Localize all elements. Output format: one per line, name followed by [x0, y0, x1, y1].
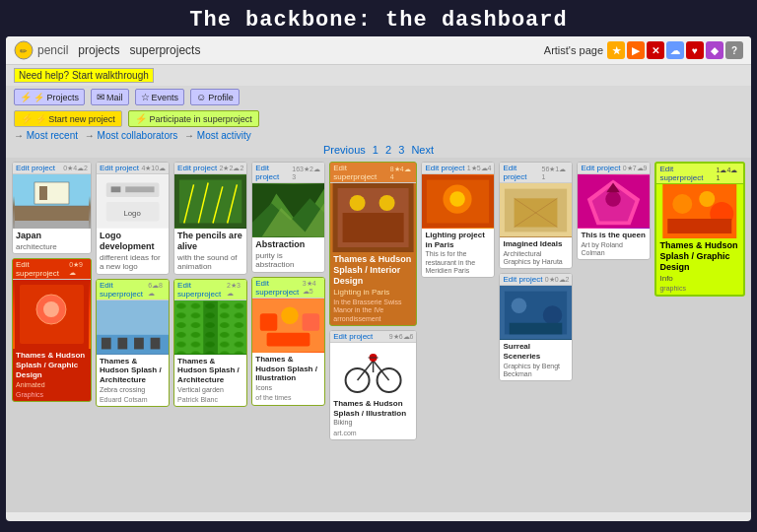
- card-logo[interactable]: Edit project 4★10☁ Logo Logo development…: [96, 162, 170, 275]
- edit-pencils-link[interactable]: Edit project: [177, 164, 217, 172]
- card-surreal-header: Edit project 0★0☁2: [500, 274, 572, 286]
- card-animated[interactable]: Edit superproject 0★9☁ Thames & Hudson S…: [12, 258, 92, 402]
- projects-tab[interactable]: ⚡ ⚡ Projects: [14, 89, 85, 105]
- svg-rect-39: [260, 313, 278, 331]
- card-thames-graphic-header: Edit superproject 1☁4☁1: [656, 164, 743, 184]
- edit-imagined-link[interactable]: Edit project: [503, 164, 541, 181]
- svg-text:✏: ✏: [20, 46, 28, 56]
- edit-abstraction-link[interactable]: Edit project: [255, 164, 292, 181]
- nav-icon-star[interactable]: ★: [607, 41, 625, 59]
- nav-icon-close[interactable]: ✕: [647, 41, 664, 59]
- profile-tab[interactable]: ☺ Profile: [190, 89, 240, 105]
- logo-text: pencil: [37, 43, 68, 57]
- edit-biking-link[interactable]: Edit project: [333, 332, 373, 341]
- surreal-image: [500, 286, 572, 340]
- help-walkthrough-button[interactable]: Need help? Start walkthrough: [14, 68, 154, 83]
- nav-icon-help[interactable]: ?: [725, 41, 743, 59]
- lighting-image: [422, 174, 494, 229]
- profile-icon: ☺: [196, 92, 206, 102]
- start-label: ⚡ Start new project: [35, 114, 115, 124]
- card-biking[interactable]: Edit project 9★6☁6 Thames & H: [329, 330, 417, 440]
- imagined-title: Imagined Ideals: [500, 237, 572, 250]
- card-abstraction[interactable]: Edit project 163★2☁3 Abstraction purity …: [251, 162, 325, 273]
- filter-bar: → Most recent → Most collaborators → Mos…: [6, 129, 751, 142]
- edit-interior-link[interactable]: Edit superproject: [333, 164, 390, 181]
- participate-superproject-button[interactable]: ⚡ Participate in superproject: [128, 110, 259, 127]
- vertical-title: Thames & Hudson Splash / Architecture: [174, 355, 246, 386]
- svg-point-68: [543, 306, 562, 325]
- svg-rect-21: [117, 338, 127, 350]
- card-vertical[interactable]: Edit superproject 2★3☁: [173, 279, 247, 408]
- abstraction-title: Abstraction: [252, 237, 324, 251]
- edit-queen-link[interactable]: Edit project: [581, 164, 620, 172]
- card-surreal[interactable]: Edit project 0★0☁2 Surreal Sceneries Gra…: [499, 273, 573, 381]
- edit-animated-link[interactable]: Edit superproject: [16, 260, 69, 278]
- biking-subtitle: Biking: [330, 419, 416, 429]
- icons-image: [252, 299, 324, 353]
- nav-icon-play[interactable]: ▶: [627, 41, 645, 59]
- nav-icon-diamond[interactable]: ◆: [706, 41, 723, 59]
- svg-point-77: [700, 191, 716, 207]
- filter-most-activity[interactable]: Most activity: [197, 130, 251, 141]
- thames-graphic-title: Thames & Hudson Splash / Graphic Design: [656, 238, 743, 274]
- card-icons[interactable]: Edit superproject 3★4☁5 Thames & Hudson …: [251, 277, 325, 406]
- card-thames-interior[interactable]: Edit superproject 8★4☁4 Thames & Hudson …: [329, 162, 417, 326]
- card-logo-header: Edit project 4★10☁: [97, 163, 169, 174]
- card-japan[interactable]: Edit project 0★4☁2 Japan architecture: [12, 162, 92, 254]
- mail-tab[interactable]: ✉ Mail: [91, 89, 129, 105]
- card-column-1: Edit project 0★4☁2 Japan architecture: [12, 162, 92, 508]
- page-2-link[interactable]: 2: [385, 144, 391, 156]
- thames-graphic-subtitle: Info: [656, 274, 743, 285]
- card-imagined[interactable]: Edit project 56★1☁1 Imagined Ideals Arch…: [499, 162, 573, 269]
- card-biking-header: Edit project 9★6☁6: [330, 331, 416, 343]
- start-new-project-button[interactable]: ⚡ ⚡ Start new project: [14, 110, 122, 127]
- zebra-image: [97, 300, 169, 355]
- nav-icon-heart[interactable]: ♥: [686, 41, 704, 59]
- edit-lighting-link[interactable]: Edit project: [425, 164, 464, 172]
- edit-vertical-link[interactable]: Edit superproject: [177, 281, 227, 299]
- pagination: Previous 1 2 3 Next: [6, 142, 751, 158]
- edit-icons-link[interactable]: Edit superproject: [255, 279, 302, 297]
- start-icon: ⚡: [21, 113, 33, 124]
- logo-subtitle: different ideas for a new logo: [97, 253, 169, 274]
- svg-rect-69: [510, 323, 563, 335]
- svg-point-73: [606, 191, 622, 207]
- prev-page-link[interactable]: Previous: [323, 144, 366, 156]
- edit-logo-link[interactable]: Edit project: [100, 164, 139, 172]
- nav-link-projects[interactable]: projects: [78, 43, 119, 57]
- card-zebra[interactable]: Edit superproject 6☁8☁ Thames & Hudson S…: [96, 279, 170, 408]
- queen-image: [578, 174, 650, 229]
- abstraction-image: [252, 183, 324, 237]
- nav-link-superprojects[interactable]: superprojects: [129, 43, 200, 57]
- pencil-logo-icon: ✏: [14, 40, 34, 60]
- edit-thames-graphic-link[interactable]: Edit superproject: [659, 165, 716, 182]
- zebra-title: Thames & Hudson Splash / Architecture: [97, 355, 169, 386]
- secondary-nav: Need help? Start walkthrough: [6, 65, 751, 86]
- edit-surreal-link[interactable]: Edit project: [503, 275, 542, 284]
- card-pencils[interactable]: Edit project 2★2☁2 The pencils are alive…: [173, 162, 247, 275]
- card-lighting[interactable]: Edit project 1★5☁4 Lighting project in P…: [421, 162, 495, 278]
- events-tab[interactable]: ☆ Events: [135, 89, 185, 105]
- surreal-subtitle: Graphics by Bengt Beckman: [500, 363, 572, 381]
- cards-container: Edit project 0★4☁2 Japan architecture: [6, 158, 751, 512]
- card-thames-graphic[interactable]: Edit superproject 1☁4☁1 Thames & Hudson …: [654, 162, 745, 297]
- vertical-subtitle: Vertical garden: [174, 386, 246, 396]
- edit-zebra-link[interactable]: Edit superproject: [100, 281, 148, 299]
- page-1-link[interactable]: 1: [373, 144, 378, 156]
- events-tab-label: Events: [152, 93, 179, 102]
- abstraction-subtitle: purity is abstraction: [252, 251, 324, 272]
- filter-most-recent[interactable]: Most recent: [27, 130, 78, 141]
- page-3-link[interactable]: 3: [398, 144, 404, 156]
- card-pencils-header: Edit project 2★2☁2: [174, 163, 246, 174]
- nav-icon-cloud[interactable]: ☁: [666, 41, 684, 59]
- biking-tag: art.com: [330, 430, 416, 439]
- japan-title: Japan: [13, 229, 91, 242]
- card-queen[interactable]: Edit project 0★7☁9 This is the queen Art…: [577, 162, 651, 260]
- card-column-4: Edit project 163★2☁3 Abstraction purity …: [251, 162, 325, 508]
- edit-japan-link[interactable]: Edit project: [16, 164, 55, 172]
- next-page-link[interactable]: Next: [411, 144, 434, 156]
- card-queen-header: Edit project 0★7☁9: [578, 163, 650, 174]
- card-interior-header: Edit superproject 8★4☁4: [330, 163, 416, 183]
- filter-most-collaborators[interactable]: Most collaborators: [98, 130, 178, 141]
- card-column-2: Edit project 4★10☁ Logo Logo development…: [96, 162, 170, 508]
